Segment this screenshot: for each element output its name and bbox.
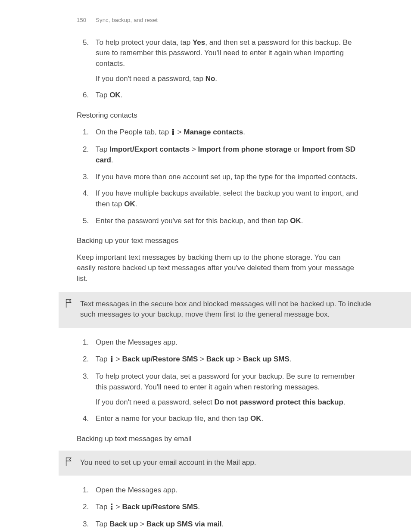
text: . (215, 75, 217, 83)
step-number: 3. (83, 371, 89, 382)
flag-icon (65, 298, 72, 312)
text: On the People tab, tap (96, 128, 171, 136)
text: > (190, 145, 198, 153)
step-text: On the People tab, tap > Manage contacts… (96, 128, 245, 136)
text: Tap (96, 145, 109, 153)
step-number: 2. (83, 502, 89, 513)
overflow-menu-icon (110, 355, 113, 366)
step-subtext: If you don't need a password, select Do … (96, 397, 360, 408)
text: . (221, 520, 224, 528)
page-header: 150 Sync, backup, and reset (0, 0, 411, 25)
list-item: 6. Tap OK. (77, 90, 360, 101)
svg-rect-7 (111, 506, 112, 507)
text: . (111, 156, 113, 164)
text: Enter the password you've set for this b… (96, 217, 290, 225)
text: . (262, 414, 264, 423)
step-text: Tap Import/Export contacts > Import from… (96, 145, 355, 164)
step-number: 2. (83, 354, 89, 365)
text: > (114, 355, 122, 363)
bold-ok: OK (290, 217, 301, 225)
list-item: 1. Open the Messages app. (77, 337, 360, 348)
step-number: 5. (83, 216, 89, 227)
step-text: Tap > Back up/Restore SMS. (96, 503, 200, 511)
text: > (198, 355, 206, 363)
step-text: If you have multiple backups available, … (96, 189, 358, 208)
text: If you don't need a password, select (96, 398, 214, 406)
text: Tap (96, 503, 109, 511)
bold-yes: Yes (193, 38, 205, 47)
heading-backup-sms: Backing up your text messages (77, 236, 360, 246)
step-number: 2. (83, 144, 89, 155)
step-subtext: If you don't need a password, tap No. (96, 74, 360, 84)
overflow-menu-icon (110, 503, 113, 513)
bold-back-up-sms-via-mail: Back up SMS via mail (146, 520, 222, 528)
text: . (343, 398, 346, 406)
callout-secure-box: Text messages in the secure box and bloc… (59, 292, 411, 328)
text: . (243, 128, 245, 136)
step-number: 3. (83, 172, 89, 183)
list-item: 5. Enter the password you've set for thi… (77, 216, 360, 227)
list-item: 4. Enter a name for your backup file, an… (77, 414, 360, 424)
bold-ok: OK (250, 414, 262, 423)
bold-manage-contacts: Manage contacts (184, 128, 243, 136)
svg-rect-2 (172, 133, 174, 135)
overflow-menu-icon (172, 128, 174, 139)
backup-email-steps: 1. Open the Messages app. 2. Tap > Back … (77, 485, 360, 530)
list-item: 5. To help protect your data, tap Yes, a… (77, 37, 360, 84)
intro-text: Keep important text messages by backing … (77, 252, 360, 284)
bold-back-up: Back up (206, 355, 235, 363)
step-number: 6. (83, 90, 89, 101)
text: . (121, 91, 123, 99)
heading-restoring-contacts: Restoring contacts (77, 110, 360, 121)
bold-import-phone-storage: Import from phone storage (198, 145, 292, 153)
list-item: 2. Tap > Back up/Restore SMS > Back up >… (77, 354, 360, 366)
text: > (175, 128, 184, 136)
svg-rect-3 (111, 356, 112, 358)
bold-no: No (206, 75, 215, 83)
page-number: 150 (77, 16, 86, 25)
text: > (235, 355, 243, 363)
list-item: 3. If you have more than one account set… (77, 172, 360, 183)
list-item: 2. Tap Import/Export contacts > Import f… (77, 144, 360, 165)
step-number: 4. (83, 414, 89, 424)
step-number: 4. (83, 188, 89, 199)
step-number: 5. (83, 37, 89, 48)
text: > (138, 520, 146, 528)
list-item: 3. Tap Back up > Back up SMS via mail. (77, 519, 360, 530)
step-number: 1. (83, 337, 89, 348)
text: . (290, 355, 292, 363)
header-section-title: Sync, backup, and reset (96, 17, 158, 23)
bold-ok: OK (109, 91, 121, 99)
backup-sms-steps: 1. Open the Messages app. 2. Tap > Back … (77, 337, 360, 424)
page-content: 5. To help protect your data, tap Yes, a… (0, 25, 411, 530)
step-text: Open the Messages app. (96, 486, 177, 494)
step-text: Tap OK. (96, 91, 122, 99)
step-text: Enter a name for your backup file, and t… (96, 414, 263, 423)
bold-no-password-protect: Do not password protect this backup (214, 398, 343, 406)
heading-backup-email: Backing up text messages by email (77, 434, 360, 445)
bold-back-up: Back up (109, 520, 138, 528)
bold-back-up-sms: Back up SMS (243, 355, 290, 363)
text: or (292, 145, 302, 153)
bold-backup-restore-sms: Back up/Restore SMS (122, 355, 198, 363)
svg-rect-8 (111, 508, 112, 510)
list-item: 3. To help protect your data, set a pass… (77, 371, 360, 408)
step-text: To help protect your data, set a passwor… (96, 372, 355, 391)
list-item: 4. If you have multiple backups availabl… (77, 188, 360, 209)
bold-backup-restore-sms: Back up/Restore SMS (122, 503, 198, 511)
step-text: Tap Back up > Back up SMS via mail. (96, 520, 224, 528)
text: Tap (96, 520, 109, 528)
text: Enter a name for your backup file, and t… (96, 414, 250, 423)
step-number: 3. (83, 519, 89, 530)
callout-email-setup: You need to set up your email account in… (59, 451, 411, 476)
svg-rect-6 (111, 504, 112, 505)
protect-data-steps: 5. To help protect your data, tap Yes, a… (77, 37, 360, 101)
bold-ok: OK (124, 200, 135, 208)
svg-rect-4 (111, 358, 112, 360)
step-text: Tap > Back up/Restore SMS > Back up > Ba… (96, 355, 292, 363)
step-text: Enter the password you've set for this b… (96, 217, 303, 225)
list-item: 2. Tap > Back up/Restore SMS. (77, 502, 360, 513)
restoring-steps: 1. On the People tab, tap > Manage conta… (77, 127, 360, 226)
svg-rect-5 (111, 360, 112, 362)
callout-text: Text messages in the secure box and bloc… (80, 299, 379, 320)
